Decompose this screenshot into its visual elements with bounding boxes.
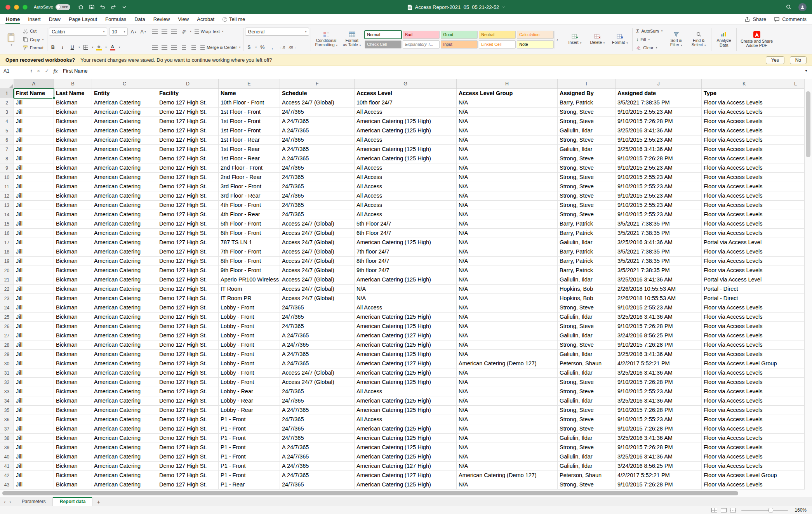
cell-B3[interactable]: Bickman	[54, 108, 92, 117]
cell-E1[interactable]: Name	[219, 89, 280, 98]
cell-I20[interactable]: Barry, Patrick	[558, 266, 616, 275]
cell-B31[interactable]: Bickman	[54, 368, 92, 378]
merge-center-button[interactable]: Merge & Center▾	[199, 44, 242, 51]
cell-K15[interactable]: Floor via Access Levels	[702, 219, 787, 229]
cell-H16[interactable]: N/A	[457, 229, 558, 238]
cell-G43[interactable]: American Catering (125 High)	[355, 480, 457, 490]
cell-B15[interactable]: Bickman	[54, 219, 92, 229]
style-bad[interactable]: Bad	[403, 31, 440, 39]
align-top-button[interactable]	[151, 28, 158, 35]
cell-E24[interactable]: Lobby - Front	[219, 303, 280, 313]
cell-C9[interactable]: American Catering	[92, 163, 157, 173]
ribbon-tab-review[interactable]: Review	[153, 15, 170, 24]
cell-L35[interactable]	[787, 406, 804, 415]
format-as-table-button[interactable]: Formatas Table ▾	[341, 27, 362, 52]
confirm-entry-button[interactable]: ✓	[43, 68, 51, 74]
cell-B1[interactable]: Last Name	[54, 89, 92, 98]
column-header-F[interactable]: F	[280, 79, 355, 89]
cell-I36[interactable]: Strong, Steve	[558, 415, 616, 424]
cell-B29[interactable]: Bickman	[54, 350, 92, 359]
cell-B36[interactable]: Bickman	[54, 415, 92, 424]
cell-B20[interactable]: Bickman	[54, 266, 92, 275]
cell-D29[interactable]: Demo 127 High St.	[157, 350, 219, 359]
cell-A5[interactable]: Jill	[14, 126, 54, 135]
cell-I38[interactable]: Galiulin, Ildar	[558, 434, 616, 443]
cell-C7[interactable]: American Catering	[92, 145, 157, 154]
fill-button[interactable]: ↓Fill▾	[635, 36, 664, 43]
sort-filter-button[interactable]: Sort &Filter ▾	[666, 27, 686, 52]
number-format-select[interactable]: General▾	[245, 28, 309, 36]
cell-G37[interactable]: American Catering (125 High)	[355, 424, 457, 434]
cell-L31[interactable]	[787, 368, 804, 378]
row-header-4[interactable]: 4	[0, 117, 14, 126]
cell-E9[interactable]: 2nd Floor - Front	[219, 163, 280, 173]
cell-B21[interactable]: Bickman	[54, 275, 92, 285]
format-painter-button[interactable]: Format	[22, 44, 45, 51]
formula-input[interactable]: First Name	[60, 68, 800, 74]
cell-D43[interactable]: Demo 127 High St.	[157, 480, 219, 490]
cell-J32[interactable]: 9/10/2015 7:26:28 PM	[616, 378, 702, 387]
cell-B10[interactable]: Bickman	[54, 173, 92, 182]
cell-E31[interactable]: Lobby - Front	[219, 368, 280, 378]
cell-F18[interactable]: Access 24/7 (Global)	[280, 247, 355, 257]
cell-E32[interactable]: Lobby - Front	[219, 378, 280, 387]
cell-H6[interactable]: N/A	[457, 135, 558, 145]
row-header-40[interactable]: 40	[0, 452, 14, 462]
cell-G24[interactable]: All Access	[355, 303, 457, 313]
row-header-23[interactable]: 23	[0, 294, 14, 303]
cell-E40[interactable]: P1 - Front	[219, 452, 280, 462]
cell-F14[interactable]: 24/7/365	[280, 210, 355, 219]
cell-E15[interactable]: 5th Floor - Front	[219, 219, 280, 229]
decrease-decimal-button[interactable]: .00→	[288, 43, 297, 51]
cell-C32[interactable]: American Catering	[92, 378, 157, 387]
cell-I30[interactable]: Peterson, Shaun	[558, 359, 616, 368]
cell-C39[interactable]: American Catering	[92, 443, 157, 452]
cell-E23[interactable]: IT Room PR	[219, 294, 280, 303]
cell-A8[interactable]: Jill	[14, 154, 54, 163]
cell-L17[interactable]	[787, 238, 804, 247]
cell-B30[interactable]: Bickman	[54, 359, 92, 368]
cell-C30[interactable]: American Catering	[92, 359, 157, 368]
cell-H15[interactable]: N/A	[457, 219, 558, 229]
cell-L26[interactable]	[787, 322, 804, 331]
cell-J16[interactable]: 3/5/2021 7:38:35 PM	[616, 229, 702, 238]
cell-F25[interactable]: 24/7/365	[280, 313, 355, 322]
cell-C5[interactable]: American Catering	[92, 126, 157, 135]
cell-I25[interactable]: Galiulin, Ildar	[558, 313, 616, 322]
cell-G8[interactable]: American Catering (125 High)	[355, 154, 457, 163]
cell-A42[interactable]: Jill	[14, 471, 54, 480]
style-note[interactable]: Note	[517, 40, 554, 49]
cell-F21[interactable]: Access 24/7 (Global)	[280, 275, 355, 285]
cell-A3[interactable]: Jill	[14, 108, 54, 117]
cell-E26[interactable]: Lobby - Front	[219, 322, 280, 331]
cell-C8[interactable]: American Catering	[92, 154, 157, 163]
cell-F28[interactable]: A 24/7/365	[280, 340, 355, 350]
cell-L14[interactable]	[787, 210, 804, 219]
cell-I2[interactable]: Barry, Patrick	[558, 98, 616, 108]
cell-E34[interactable]: Lobby - Rear	[219, 396, 280, 406]
row-header-42[interactable]: 42	[0, 471, 14, 480]
cell-L18[interactable]	[787, 247, 804, 257]
cell-J17[interactable]: 3/25/2016 3:41:36 AM	[616, 238, 702, 247]
cell-J13[interactable]: 9/10/2015 2:55:23 AM	[616, 201, 702, 210]
cell-H41[interactable]: N/A	[457, 462, 558, 471]
row-header-2[interactable]: 2	[0, 98, 14, 108]
cell-L13[interactable]	[787, 201, 804, 210]
cell-H1[interactable]: Access Level Group	[457, 89, 558, 98]
cell-A38[interactable]: Jill	[14, 434, 54, 443]
cell-E37[interactable]: P1 - Front	[219, 424, 280, 434]
cell-C10[interactable]: American Catering	[92, 173, 157, 182]
cell-H42[interactable]: American Catering (Demo 127)	[457, 471, 558, 480]
cell-A19[interactable]: Jill	[14, 257, 54, 266]
cell-L41[interactable]	[787, 462, 804, 471]
cell-I22[interactable]: Hopkins, Bob	[558, 285, 616, 294]
cell-G3[interactable]: All Access	[355, 108, 457, 117]
cut-button[interactable]: Cut	[22, 28, 45, 35]
cell-E29[interactable]: Lobby - Front	[219, 350, 280, 359]
cell-I5[interactable]: Galiulin, Ildar	[558, 126, 616, 135]
cell-G39[interactable]: American Catering (125 High)	[355, 443, 457, 452]
row-header-16[interactable]: 16	[0, 229, 14, 238]
cell-A18[interactable]: Jill	[14, 247, 54, 257]
cell-J37[interactable]: 9/10/2015 7:26:28 PM	[616, 424, 702, 434]
cell-A9[interactable]: Jill	[14, 163, 54, 173]
